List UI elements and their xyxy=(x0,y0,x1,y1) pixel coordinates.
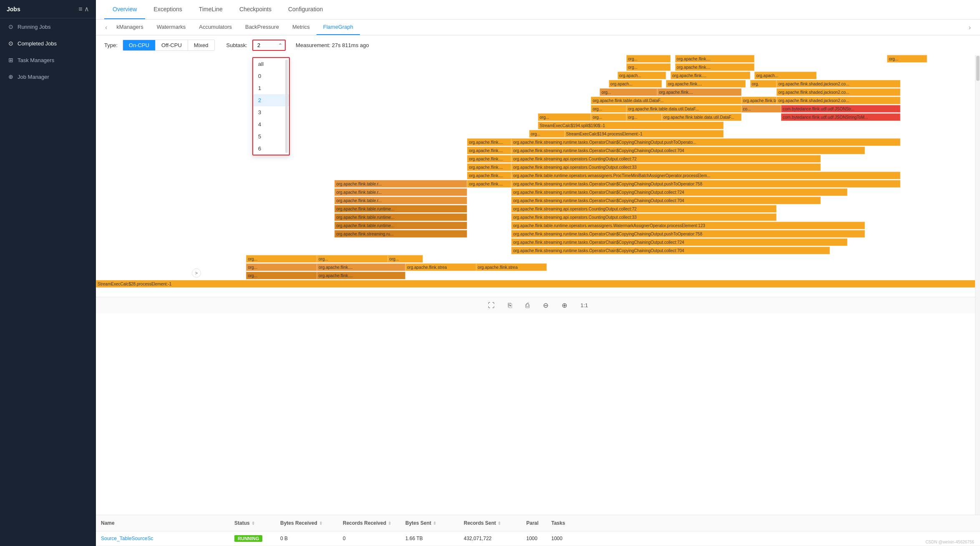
sidebar-item-completed-jobs[interactable]: ⊙ Completed Jobs xyxy=(0,35,96,52)
sort-icon-records-sent[interactable]: ⇕ xyxy=(498,521,501,526)
flame-block[interactable]: org.apache.flink.shaded.jackson2.co... xyxy=(776,80,900,88)
flame-block[interactable]: org.apache.flink.table.data.util.DataF..… xyxy=(591,97,741,104)
flame-block[interactable]: org.apache.flink.... xyxy=(467,163,511,171)
flame-block[interactable]: org.apach... xyxy=(618,72,666,79)
flame-block[interactable]: org.apach... xyxy=(609,80,662,88)
flame-block-red[interactable]: com.bytedance.flink.udf.udf.JSONStr... xyxy=(781,105,900,113)
flame-block[interactable]: org.apache.flink.strea xyxy=(476,263,547,271)
flame-block[interactable]: org.apache.flink.streaming.runtime.tasks… xyxy=(511,197,821,204)
flame-block[interactable]: org.apache.flink.streaming.ru... xyxy=(334,230,467,238)
flame-block[interactable]: org... xyxy=(246,272,317,279)
tab-configuration[interactable]: Configuration xyxy=(280,0,331,19)
flame-block[interactable]: org.apache.flink.table.r... xyxy=(334,197,467,204)
zoom-out-button[interactable]: ⊖ xyxy=(540,300,552,311)
sidebar-toggle-button[interactable]: > xyxy=(192,268,201,278)
flame-block[interactable]: co... xyxy=(741,105,781,113)
flame-block[interactable]: org... xyxy=(626,113,662,121)
dropdown-item-3[interactable]: 3 xyxy=(253,106,289,118)
flame-block[interactable]: org... xyxy=(626,55,671,63)
flame-block[interactable]: org.apache.flink.... xyxy=(317,272,405,279)
flame-block[interactable]: org. xyxy=(750,80,777,88)
flame-block[interactable]: org.apache.flink.... xyxy=(467,155,511,163)
type-btn-mixed[interactable]: Mixed xyxy=(188,40,214,50)
flame-block[interactable]: org.apache.flink.streaming.api.operators… xyxy=(511,163,821,171)
sort-icon-bytes-sent[interactable]: ⇕ xyxy=(433,521,436,526)
zoom-in-button[interactable]: ⊕ xyxy=(558,300,570,311)
flame-block[interactable]: org.apache.flink.table.runtime... xyxy=(334,222,467,229)
flame-block[interactable]: org.apache.flink.... xyxy=(467,138,511,146)
sidebar-item-task-managers[interactable]: ⊞ Task Managers xyxy=(0,52,96,68)
flame-block[interactable]: org... xyxy=(529,130,565,138)
flame-block[interactable]: org.apache.flink.streaming.runtime.tasks… xyxy=(511,147,865,154)
flame-block[interactable]: org.apache.flink.table.runtime... xyxy=(334,205,467,213)
flame-block[interactable]: org.apache.flink.streaming.api.operators… xyxy=(511,205,776,213)
flame-block[interactable]: org.apache.flink.... xyxy=(467,172,511,179)
flame-block[interactable]: org... xyxy=(317,255,388,263)
tab-exceptions[interactable]: Exceptions xyxy=(145,0,190,19)
flame-block[interactable]: org.apache.flink.streaming.runtime.tasks… xyxy=(511,138,900,146)
subtask-select-display[interactable]: 2 xyxy=(252,40,286,51)
flame-block[interactable]: org... xyxy=(591,113,626,121)
flame-block[interactable]: org.apache.flink.table.r... xyxy=(334,188,467,196)
subtab-prev-arrow[interactable]: ‹ xyxy=(103,20,110,35)
tab-overview[interactable]: Overview xyxy=(104,0,145,19)
subtab-metrics[interactable]: Metrics xyxy=(286,20,317,35)
flame-block[interactable]: org... xyxy=(591,105,626,113)
flame-block[interactable]: org.apache.flink.streaming.runtime.tasks… xyxy=(511,230,865,238)
flame-block[interactable]: org.apache.flink.shaded.jackson2.co... xyxy=(776,88,900,96)
flame-block[interactable]: org... xyxy=(388,255,423,263)
flame-block[interactable]: org.apache.flink.shaded.jackson2.co... xyxy=(776,97,900,104)
scrollbar-thumb[interactable] xyxy=(976,56,980,81)
copy-button[interactable]: ⎘ xyxy=(505,300,515,311)
flame-block[interactable]: org.apache.flink.... xyxy=(671,72,750,79)
type-btn-on-cpu[interactable]: On-CPU xyxy=(123,40,156,50)
flame-block[interactable]: org.apache.flink.table.data.util.DataF..… xyxy=(626,105,741,113)
flame-block[interactable]: org.apache.flink.strea xyxy=(405,263,476,271)
flame-block-bottom[interactable]: StreamExecCalc$28.processElement:-1 xyxy=(96,280,980,288)
tab-checkpoints[interactable]: Checkpoints xyxy=(231,0,280,19)
flame-block[interactable]: org.apache.flink.streaming.runtime.tasks… xyxy=(511,238,847,246)
flame-block[interactable]: StreamExecCalc$194.processElement:-1 xyxy=(565,130,724,138)
reset-zoom-button[interactable]: 1:1 xyxy=(577,301,591,310)
subtab-accumulators[interactable]: Accumulators xyxy=(192,20,239,35)
subtab-next-arrow[interactable]: › xyxy=(966,20,973,35)
subtab-flamegraph[interactable]: FlameGraph xyxy=(317,20,360,35)
dropdown-item-2[interactable]: 2 xyxy=(253,94,289,106)
dropdown-item-1[interactable]: 1 xyxy=(253,82,289,94)
side-scrollbar[interactable] xyxy=(975,55,980,515)
flame-block[interactable]: org.apache.flink.... xyxy=(317,263,405,271)
flame-block[interactable]: org.apache.flink.table.runtime... xyxy=(334,213,467,221)
flame-block[interactable]: org.apache.flink.table.data.util.DataF..… xyxy=(662,113,741,121)
dropdown-item-0[interactable]: 0 xyxy=(253,70,289,82)
flame-block[interactable]: org.apache.flink.table.runtime.operators… xyxy=(511,172,900,179)
flame-block[interactable]: org... xyxy=(600,88,657,96)
dropdown-item-5[interactable]: 5 xyxy=(253,130,289,143)
flame-block[interactable]: org.apach... xyxy=(754,72,816,79)
flame-block[interactable]: org.apache.flink.streaming.runtime.tasks… xyxy=(511,188,847,196)
paste-button[interactable]: ⎙ xyxy=(522,300,533,311)
flame-block[interactable]: org... xyxy=(246,263,317,271)
flame-block[interactable]: org.apache.flink.table.data.util.DataF..… xyxy=(741,97,777,104)
subtab-watermarks[interactable]: Watermarks xyxy=(150,20,193,35)
table-cell-name[interactable]: Source_TableSourceSc xyxy=(96,534,229,543)
type-btn-off-cpu[interactable]: Off-CPU xyxy=(156,40,188,50)
flame-block[interactable]: org.apache.flink.table.r... xyxy=(334,180,467,188)
dropdown-item-all[interactable]: all xyxy=(253,58,289,70)
subtab-kmanagers[interactable]: kManagers xyxy=(110,20,150,35)
tab-timeline[interactable]: TimeLine xyxy=(191,0,231,19)
sidebar-collapse-icon[interactable]: ≡ ∧ xyxy=(78,5,89,13)
flame-block[interactable]: org.apache.flink.... xyxy=(657,88,741,96)
flame-block[interactable]: org.apache.flink.streaming.runtime.tasks… xyxy=(511,247,829,254)
flame-block[interactable]: org.apache.flink.... xyxy=(467,180,511,188)
flame-block[interactable]: org.apache.flink.... xyxy=(675,63,755,71)
flame-block[interactable]: org.apache.flink.... xyxy=(467,147,511,154)
sort-icon-records-recv[interactable]: ⇕ xyxy=(388,521,391,526)
flame-block[interactable]: org.apache.flink.... xyxy=(675,55,755,63)
dropdown-item-6[interactable]: 6 xyxy=(253,143,289,155)
flame-block[interactable]: org.apache.flink.streaming.api.operators… xyxy=(511,213,776,221)
flame-block[interactable]: org... xyxy=(887,55,927,63)
flame-block[interactable]: org... xyxy=(246,255,317,263)
expand-button[interactable]: ⛶ xyxy=(485,300,498,311)
flame-block[interactable]: org.apache.flink.table.runtime.operators… xyxy=(511,222,865,229)
sidebar-item-running-jobs[interactable]: ⊙ Running Jobs xyxy=(0,18,96,35)
